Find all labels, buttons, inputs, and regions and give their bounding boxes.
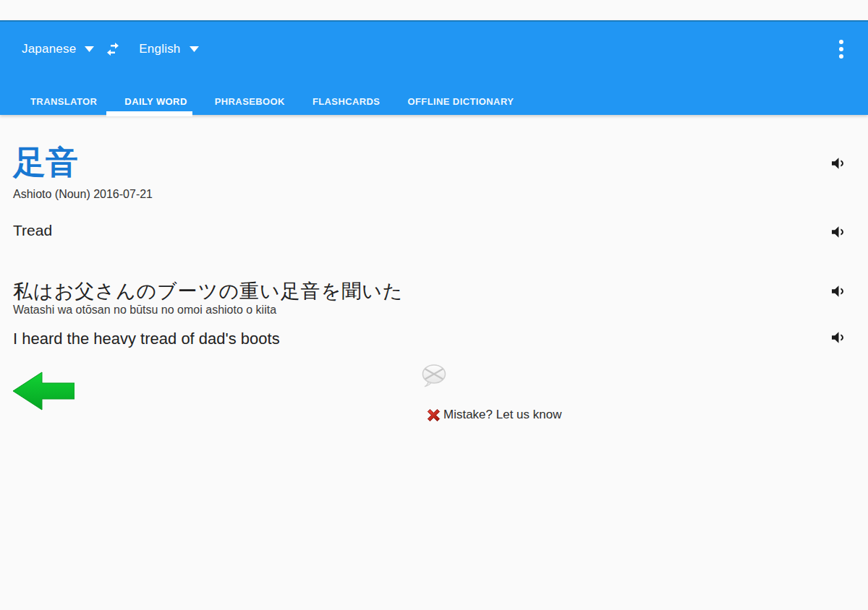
tab-bar: TRANSLATOR DAILY WORD PHRASEBOOK FLASHCA… [17, 87, 527, 116]
example-sentence-japanese: 私はお父さんのブーツの重い足音を聞いた [13, 278, 404, 304]
kebab-menu-icon [839, 54, 843, 59]
overflow-menu-button[interactable] [836, 38, 846, 61]
daily-word-translation: Tread [13, 222, 52, 239]
report-mistake-button[interactable]: Mistake? Let us know [425, 405, 561, 424]
green-back-arrow-icon [13, 370, 75, 411]
message-bubble-button[interactable] [422, 364, 446, 387]
kebab-menu-icon [839, 40, 843, 44]
source-language-label: Japanese [22, 42, 76, 56]
app-bar: Japanese English TRANSLATOR DAIL [0, 20, 868, 115]
tab-phrasebook[interactable]: PHRASEBOOK [201, 87, 299, 116]
example-sentence-romaji: Watashi wa otōsan no būtsu no omoi ashio… [13, 304, 276, 317]
kebab-menu-icon [839, 47, 843, 51]
app-screen: Japanese English TRANSLATOR DAIL [0, 0, 868, 610]
language-bar: Japanese English [0, 35, 868, 64]
speaker-icon[interactable] [830, 155, 847, 172]
target-language-selector[interactable]: English [139, 42, 198, 56]
chevron-down-icon [190, 46, 199, 52]
report-mistake-label: Mistake? Let us know [443, 408, 561, 422]
swap-languages-icon[interactable] [106, 43, 124, 56]
speaker-icon[interactable] [830, 329, 847, 346]
speaker-icon[interactable] [830, 223, 847, 241]
speaker-icon[interactable] [830, 283, 847, 300]
chevron-down-icon [85, 46, 94, 52]
example-sentence-english: I heard the heavy tread of dad's boots [13, 330, 280, 348]
tab-translator[interactable]: TRANSLATOR [17, 87, 111, 116]
tab-flashcards[interactable]: FLASHCARDS [299, 87, 394, 116]
daily-word-text: 足音 [13, 145, 78, 181]
back-arrow-button[interactable] [13, 370, 75, 411]
daily-word-content: 足音 Ashioto (Noun) 2016-07-21 Tread 私はお父さ… [0, 115, 868, 610]
disabled-message-bubble-icon [422, 364, 446, 387]
source-language-selector[interactable]: Japanese [22, 42, 94, 56]
tab-offline-dictionary[interactable]: OFFLINE DICTIONARY [393, 87, 527, 116]
red-cross-icon [425, 406, 443, 424]
target-language-label: English [139, 42, 180, 56]
daily-word-meta: Ashioto (Noun) 2016-07-21 [13, 188, 153, 201]
